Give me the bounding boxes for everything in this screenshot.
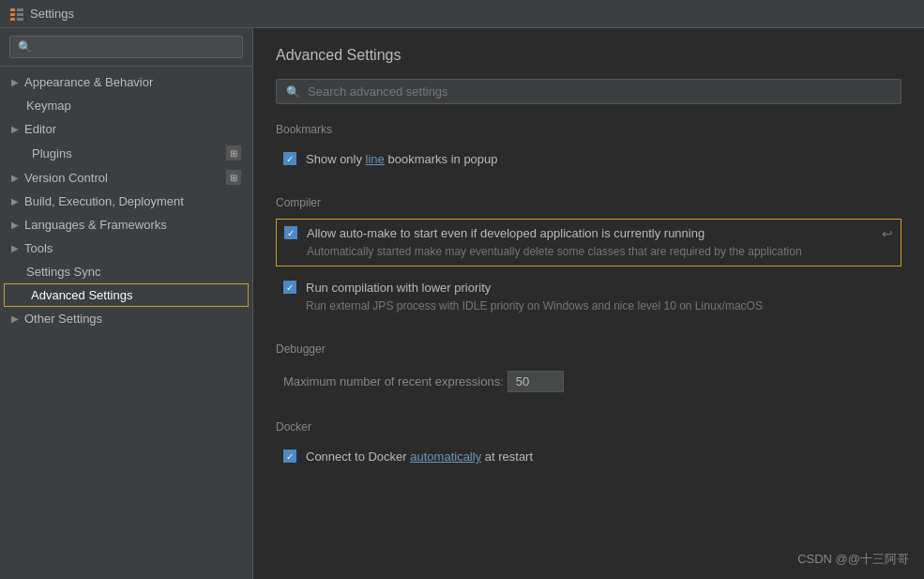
highlight-text: line	[366, 152, 385, 166]
svg-rect-1	[10, 13, 15, 16]
nav-item-label: Languages & Frameworks	[24, 218, 167, 232]
nav-item-label: Settings Sync	[26, 265, 101, 279]
chevron-right-icon: ▶	[11, 173, 19, 183]
setting-inline-max-recent-expressions: Maximum number of recent expressions:	[276, 365, 901, 398]
section-title-bookmarks: Bookmarks	[276, 123, 901, 136]
svg-rect-4	[17, 13, 23, 16]
nav-item-label: Advanced Settings	[31, 288, 132, 302]
section-title-compiler: Compiler	[276, 196, 901, 209]
checkbox-show-line-bookmarks[interactable]	[283, 152, 296, 165]
sidebar-item-version-control[interactable]: ▶Version Control⊞	[0, 165, 252, 190]
section-debugger: Debugger Maximum number of recent expres…	[276, 343, 901, 398]
setting-row-allow-auto-make: Allow auto-make to start even if develop…	[276, 219, 901, 267]
section-bookmarks: Bookmarks Show only line bookmarks in po…	[276, 123, 901, 174]
nav-item-label: Tools	[24, 241, 53, 255]
chevron-right-icon: ▶	[11, 220, 19, 230]
content-area: Advanced Settings 🔍 Bookmarks Show only …	[253, 28, 924, 579]
nav-items: ▶Appearance & BehaviorKeymap▶EditorPlugi…	[0, 67, 252, 579]
setting-row-show-line-bookmarks: Show only line bookmarks in popup	[276, 145, 901, 174]
nav-item-label: Editor	[24, 122, 56, 136]
watermark: CSDN @@十三阿哥	[797, 551, 909, 568]
sections-container: Bookmarks Show only line bookmarks in po…	[276, 123, 901, 471]
nav-item-label: Plugins	[32, 146, 72, 160]
page-title: Advanced Settings	[276, 47, 901, 64]
sidebar-item-build[interactable]: ▶Build, Execution, Deployment	[0, 190, 252, 213]
sidebar-item-other-settings[interactable]: ▶Other Settings	[0, 307, 252, 330]
sidebar-item-tools[interactable]: ▶Tools	[0, 236, 252, 260]
sidebar-item-languages[interactable]: ▶Languages & Frameworks	[0, 213, 252, 236]
section-title-debugger: Debugger	[276, 343, 901, 356]
external-icon: ⊞	[226, 145, 241, 160]
section-docker: Docker Connect to Docker automatically a…	[276, 420, 901, 471]
nav-item-label: Build, Execution, Deployment	[24, 194, 184, 208]
svg-rect-0	[10, 8, 15, 11]
checkbox-allow-auto-make[interactable]	[284, 226, 297, 239]
chevron-right-icon: ▶	[11, 124, 19, 134]
advanced-search-box[interactable]: 🔍	[276, 79, 901, 104]
setting-row-connect-docker: Connect to Docker automatically at resta…	[276, 443, 901, 471]
checkbox-run-compilation[interactable]	[283, 281, 296, 294]
sidebar: ▶Appearance & BehaviorKeymap▶EditorPlugi…	[0, 28, 253, 579]
chevron-right-icon: ▶	[11, 313, 19, 324]
title-bar: Settings	[0, 0, 924, 28]
setting-label-connect-docker: Connect to Docker automatically at resta…	[306, 449, 894, 465]
reset-icon[interactable]: ↩	[882, 226, 893, 241]
svg-rect-5	[17, 18, 23, 21]
highlight-text: automatically	[410, 449, 481, 464]
section-title-docker: Docker	[276, 420, 901, 434]
sidebar-item-settings-sync[interactable]: Settings Sync	[0, 260, 252, 283]
svg-rect-3	[17, 8, 23, 11]
section-compiler: Compiler Allow auto-make to start even i…	[276, 196, 901, 320]
chevron-right-icon: ▶	[11, 243, 19, 253]
setting-sub-text: Run external JPS process with IDLE prior…	[306, 298, 894, 314]
chevron-right-icon: ▶	[11, 196, 19, 206]
nav-item-label: Appearance & Behavior	[24, 75, 153, 89]
main-layout: ▶Appearance & BehaviorKeymap▶EditorPlugi…	[0, 28, 924, 579]
nav-item-label: Version Control	[24, 171, 108, 185]
svg-rect-2	[10, 18, 15, 21]
input-max-recent-expressions[interactable]	[507, 371, 564, 392]
sidebar-item-plugins[interactable]: Plugins⊞	[0, 141, 252, 165]
search-icon: 🔍	[286, 85, 300, 99]
sidebar-item-appearance[interactable]: ▶Appearance & Behavior	[0, 70, 252, 94]
checkbox-connect-docker[interactable]	[283, 449, 296, 463]
setting-row-run-compilation: Run compilation with lower priority Run …	[276, 274, 901, 320]
settings-icon	[9, 7, 24, 22]
external-icon: ⊞	[226, 170, 241, 185]
setting-label-show-line-bookmarks: Show only line bookmarks in popup	[306, 151, 894, 168]
chevron-right-icon: ▶	[11, 77, 19, 87]
setting-label-allow-auto-make: Allow auto-make to start even if develop…	[307, 225, 874, 260]
sidebar-search-input[interactable]	[9, 36, 243, 58]
inline-label-max-recent-expressions: Maximum number of recent expressions:	[283, 374, 504, 389]
setting-sub-text: Automatically started make may eventuall…	[307, 244, 874, 260]
nav-item-label: Other Settings	[24, 312, 102, 326]
title-bar-text: Settings	[30, 7, 74, 21]
advanced-search-input[interactable]	[308, 84, 891, 99]
sidebar-item-advanced-settings[interactable]: Advanced Settings	[4, 283, 249, 307]
sidebar-item-editor[interactable]: ▶Editor	[0, 117, 252, 141]
sidebar-search-box	[0, 28, 252, 67]
sidebar-item-keymap[interactable]: Keymap	[0, 94, 252, 117]
nav-item-label: Keymap	[26, 99, 71, 113]
setting-label-run-compilation: Run compilation with lower priority Run …	[306, 280, 894, 314]
